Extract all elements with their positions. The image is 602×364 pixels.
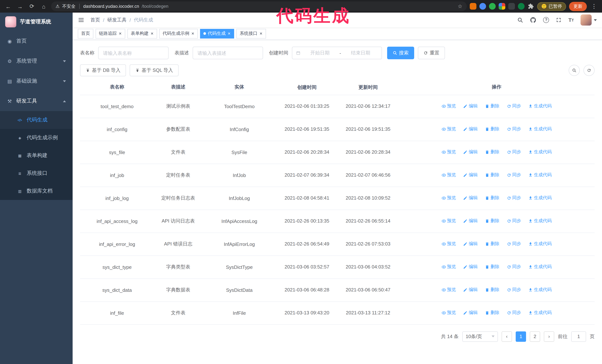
edit-link[interactable]: 编辑 <box>463 149 478 155</box>
preview-link[interactable]: 预览 <box>441 287 456 293</box>
delete-link[interactable]: 删除 <box>485 103 499 109</box>
import-db-button[interactable]: 基于 DB 导入 <box>80 64 126 76</box>
generate-code-link[interactable]: 生成代码 <box>528 126 552 132</box>
sidebar-item-system-management[interactable]: ⚙ 系统管理 <box>0 51 73 71</box>
delete-link[interactable]: 删除 <box>485 149 499 155</box>
sidebar-item-codegen-example[interactable]: ◈ 代码生成示例 <box>0 129 73 147</box>
breadcrumb-dev-tools[interactable]: 研发工具 <box>107 17 127 23</box>
generate-code-link[interactable]: 生成代码 <box>528 287 552 293</box>
sync-link[interactable]: 同步 <box>507 287 521 293</box>
tab-trace[interactable]: 链路追踪 <box>96 29 125 38</box>
close-icon[interactable] <box>118 32 122 35</box>
delete-link[interactable]: 删除 <box>485 126 499 132</box>
date-range-picker[interactable]: 开始日期 - 结束日期 <box>292 47 382 59</box>
preview-link[interactable]: 预览 <box>441 218 456 224</box>
sync-link[interactable]: 同步 <box>507 264 521 270</box>
page-button-2[interactable]: 2 <box>530 331 540 342</box>
preview-link[interactable]: 预览 <box>441 149 456 155</box>
browser-reload-icon[interactable]: ⟳ <box>27 2 36 11</box>
edit-link[interactable]: 编辑 <box>463 103 478 109</box>
search-icon[interactable] <box>517 17 523 23</box>
browser-home-icon[interactable]: ⌂ <box>39 2 48 11</box>
sync-link[interactable]: 同步 <box>507 172 521 178</box>
reset-button[interactable]: 重置 <box>418 47 445 59</box>
next-page-button[interactable]: › <box>544 331 554 342</box>
close-icon[interactable] <box>150 32 154 35</box>
sidebar-item-dev-tools[interactable]: ⚒ 研发工具 <box>0 91 73 111</box>
sync-link[interactable]: 同步 <box>507 126 521 132</box>
sync-link[interactable]: 同步 <box>507 149 521 155</box>
sync-link[interactable]: 同步 <box>507 310 521 316</box>
preview-link[interactable]: 预览 <box>441 241 456 247</box>
prev-page-button[interactable]: ‹ <box>502 331 512 342</box>
extensions-puzzle-icon[interactable] <box>527 3 534 10</box>
generate-code-link[interactable]: 生成代码 <box>528 264 552 270</box>
edit-link[interactable]: 编辑 <box>463 241 478 247</box>
preview-link[interactable]: 预览 <box>441 172 456 178</box>
sidebar-item-codegen[interactable]: </> 代码生成 <box>0 111 73 129</box>
tab-codegen[interactable]: 代码生成 <box>200 29 234 38</box>
table-name-input[interactable] <box>98 47 169 59</box>
extension-icon[interactable] <box>518 3 525 10</box>
extension-icon[interactable] <box>479 3 486 10</box>
preview-link[interactable]: 预览 <box>441 195 456 201</box>
edit-link[interactable]: 编辑 <box>463 264 478 270</box>
hamburger-icon[interactable] <box>78 17 85 23</box>
user-menu[interactable] <box>580 14 597 26</box>
sidebar-item-form-builder[interactable]: ▦ 表单构建 <box>0 147 73 164</box>
help-icon[interactable]: ? <box>543 17 549 23</box>
sidebar-item-db-doc[interactable]: ▥ 数据库文档 <box>0 182 73 200</box>
delete-link[interactable]: 删除 <box>485 241 499 247</box>
generate-code-link[interactable]: 生成代码 <box>528 172 552 178</box>
bookmark-star-icon[interactable]: ☆ <box>458 3 462 9</box>
import-sql-button[interactable]: 基于 SQL 导入 <box>130 64 179 76</box>
delete-link[interactable]: 删除 <box>485 264 499 270</box>
extension-icon[interactable] <box>499 3 505 10</box>
browser-update-button[interactable]: 更新 <box>569 2 587 11</box>
generate-code-link[interactable]: 生成代码 <box>528 195 552 201</box>
edit-link[interactable]: 编辑 <box>463 287 478 293</box>
github-icon[interactable] <box>530 17 537 23</box>
sidebar-item-infrastructure[interactable]: ▤ 基础设施 <box>0 71 73 91</box>
address-bar[interactable]: ⚠ 不安全 dashboard.yudao.iocoder.cn/tool/co… <box>51 1 467 11</box>
extension-icon[interactable] <box>508 3 515 10</box>
close-icon[interactable] <box>227 32 231 35</box>
preview-link[interactable]: 预览 <box>441 310 456 316</box>
browser-forward-icon[interactable]: → <box>16 2 24 11</box>
page-size-select[interactable]: 10条/页 <box>462 331 498 342</box>
edit-link[interactable]: 编辑 <box>463 195 478 201</box>
extension-icon[interactable] <box>470 3 476 10</box>
sidebar-item-home[interactable]: ◉ 首页 <box>0 31 73 51</box>
search-button[interactable]: 搜索 <box>387 47 414 59</box>
generate-code-link[interactable]: 生成代码 <box>528 218 552 224</box>
close-icon[interactable] <box>191 32 194 35</box>
tab-codegen-example[interactable]: 代码生成示例 <box>159 29 198 38</box>
edit-link[interactable]: 编辑 <box>463 126 478 132</box>
tab-system-api[interactable]: 系统接口 <box>236 29 266 38</box>
refresh-table-button[interactable] <box>583 65 595 76</box>
sync-link[interactable]: 同步 <box>507 241 521 247</box>
browser-back-icon[interactable]: ← <box>4 2 13 11</box>
sync-link[interactable]: 同步 <box>507 195 521 201</box>
extension-icon[interactable] <box>489 3 496 10</box>
generate-code-link[interactable]: 生成代码 <box>528 241 552 247</box>
close-icon[interactable] <box>259 32 263 35</box>
fullscreen-icon[interactable] <box>556 17 562 23</box>
generate-code-link[interactable]: 生成代码 <box>528 149 552 155</box>
tab-form-builder[interactable]: 表单构建 <box>128 29 157 38</box>
breadcrumb-home[interactable]: 首页 <box>90 17 100 23</box>
edit-link[interactable]: 编辑 <box>463 172 478 178</box>
delete-link[interactable]: 删除 <box>485 287 499 293</box>
preview-link[interactable]: 预览 <box>441 103 456 109</box>
delete-link[interactable]: 删除 <box>485 195 499 201</box>
edit-link[interactable]: 编辑 <box>463 218 478 224</box>
font-size-icon[interactable]: TT <box>569 17 574 23</box>
edit-link[interactable]: 编辑 <box>463 310 478 316</box>
preview-link[interactable]: 预览 <box>441 264 456 270</box>
generate-code-link[interactable]: 生成代码 <box>528 103 552 109</box>
browser-menu-icon[interactable]: ⋮ <box>590 3 598 10</box>
delete-link[interactable]: 删除 <box>485 218 499 224</box>
sidebar-logo[interactable]: 芋道管理系统 <box>0 13 73 31</box>
goto-page-input[interactable] <box>571 331 586 342</box>
tab-home[interactable]: 首页 <box>78 29 93 38</box>
